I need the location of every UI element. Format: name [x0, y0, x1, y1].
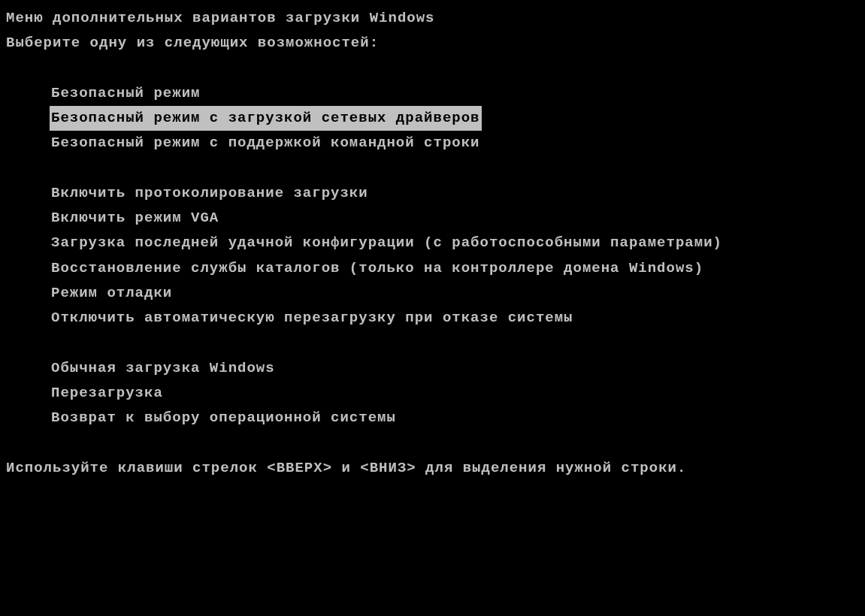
- menu-subtitle: Выберите одну из следующих возможностей:: [6, 31, 859, 56]
- option-reboot[interactable]: Перезагрузка: [50, 381, 165, 406]
- safe-mode-group: Безопасный режим Безопасный режим с загр…: [50, 81, 859, 156]
- option-last-known-good[interactable]: Загрузка последней удачной конфигурации …: [50, 231, 724, 255]
- boot-menu-footer: Используйте клавиши стрелок <ВВЕРХ> и <В…: [6, 456, 859, 481]
- normal-group: Обычная загрузка Windows Перезагрузка Во…: [50, 356, 859, 431]
- option-debugging-mode[interactable]: Режим отладки: [50, 281, 174, 306]
- option-directory-services-restore[interactable]: Восстановление службы каталогов (только …: [50, 256, 705, 281]
- option-return-to-os-choices[interactable]: Возврат к выбору операционной системы: [50, 406, 398, 430]
- option-safe-mode[interactable]: Безопасный режим: [50, 81, 201, 106]
- advanced-group: Включить протоколирование загрузки Включ…: [50, 181, 859, 331]
- boot-menu-header: Меню дополнительных вариантов загрузки W…: [6, 6, 859, 56]
- option-boot-logging[interactable]: Включить протоколирование загрузки: [50, 181, 370, 206]
- option-safe-mode-networking[interactable]: Безопасный режим с загрузкой сетевых дра…: [50, 106, 482, 131]
- option-safe-mode-command-prompt[interactable]: Безопасный режим с поддержкой командной …: [50, 131, 482, 156]
- option-disable-auto-restart[interactable]: Отключить автоматическую перезагрузку пр…: [50, 306, 575, 331]
- option-start-normally[interactable]: Обычная загрузка Windows: [50, 356, 277, 381]
- navigation-hint: Используйте клавиши стрелок <ВВЕРХ> и <В…: [6, 456, 859, 481]
- boot-options-menu: Безопасный режим Безопасный режим с загр…: [6, 81, 859, 431]
- option-vga-mode[interactable]: Включить режим VGA: [50, 206, 220, 231]
- menu-title: Меню дополнительных вариантов загрузки W…: [6, 6, 859, 31]
